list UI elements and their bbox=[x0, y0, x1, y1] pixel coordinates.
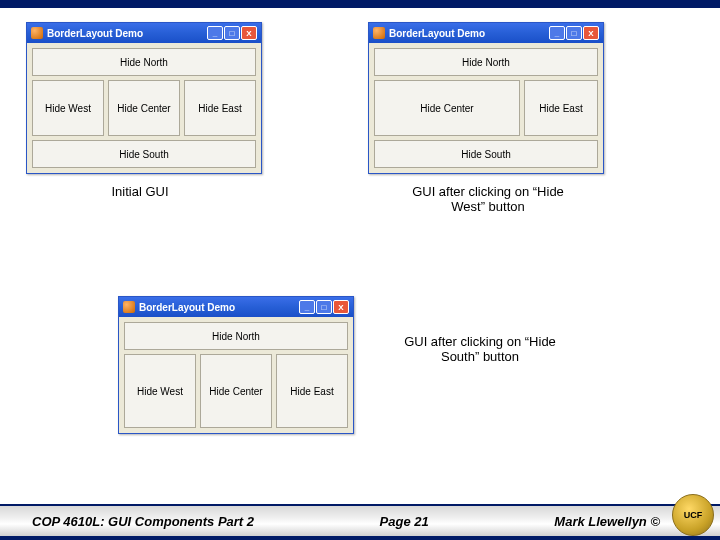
minimize-icon[interactable]: _ bbox=[549, 26, 565, 40]
window-title: BorderLayout Demo bbox=[47, 28, 207, 39]
java-cup-icon bbox=[373, 27, 385, 39]
hide-center-button[interactable]: Hide Center bbox=[108, 80, 180, 136]
maximize-icon[interactable]: □ bbox=[566, 26, 582, 40]
window-controls: _ □ X bbox=[549, 26, 599, 40]
hide-north-button[interactable]: Hide North bbox=[124, 322, 348, 350]
hide-east-button[interactable]: Hide East bbox=[276, 354, 348, 428]
hide-east-button[interactable]: Hide East bbox=[184, 80, 256, 136]
footer-course: COP 4610L: GUI Components Part 2 bbox=[32, 514, 254, 529]
close-icon[interactable]: X bbox=[583, 26, 599, 40]
titlebar: BorderLayout Demo _ □ X bbox=[119, 297, 353, 317]
java-cup-icon bbox=[123, 301, 135, 313]
minimize-icon[interactable]: _ bbox=[299, 300, 315, 314]
titlebar: BorderLayout Demo _ □ X bbox=[369, 23, 603, 43]
ucf-logo-icon: UCF bbox=[672, 494, 714, 536]
minimize-icon[interactable]: _ bbox=[207, 26, 223, 40]
window-title: BorderLayout Demo bbox=[139, 302, 299, 313]
footer-page: Page 21 bbox=[254, 514, 554, 529]
close-icon[interactable]: X bbox=[241, 26, 257, 40]
java-cup-icon bbox=[31, 27, 43, 39]
hide-center-button[interactable]: Hide Center bbox=[374, 80, 520, 136]
footer-author: Mark Llewellyn © bbox=[554, 514, 660, 529]
close-icon[interactable]: X bbox=[333, 300, 349, 314]
window-after-hide-south: BorderLayout Demo _ □ X Hide North Hide … bbox=[118, 296, 354, 434]
window-after-hide-west: BorderLayout Demo _ □ X Hide North Hide … bbox=[368, 22, 604, 174]
maximize-icon[interactable]: □ bbox=[316, 300, 332, 314]
client-area: Hide North Hide West Hide Center Hide Ea… bbox=[27, 43, 261, 173]
window-title: BorderLayout Demo bbox=[389, 28, 549, 39]
titlebar: BorderLayout Demo _ □ X bbox=[27, 23, 261, 43]
maximize-icon[interactable]: □ bbox=[224, 26, 240, 40]
slide-body: BorderLayout Demo _ □ X Hide North Hide … bbox=[0, 8, 720, 498]
client-area: Hide North Hide Center Hide East Hide So… bbox=[369, 43, 603, 173]
slide-footer: COP 4610L: GUI Components Part 2 Page 21… bbox=[0, 504, 720, 538]
hide-center-button[interactable]: Hide Center bbox=[200, 354, 272, 428]
caption-after-south: GUI after clicking on “Hide South” butto… bbox=[390, 334, 570, 364]
hide-south-button[interactable]: Hide South bbox=[32, 140, 256, 168]
caption-initial: Initial GUI bbox=[80, 184, 200, 199]
window-controls: _ □ X bbox=[207, 26, 257, 40]
client-area: Hide North Hide West Hide Center Hide Ea… bbox=[119, 317, 353, 433]
hide-south-button[interactable]: Hide South bbox=[374, 140, 598, 168]
window-controls: _ □ X bbox=[299, 300, 349, 314]
hide-north-button[interactable]: Hide North bbox=[32, 48, 256, 76]
hide-north-button[interactable]: Hide North bbox=[374, 48, 598, 76]
hide-west-button[interactable]: Hide West bbox=[124, 354, 196, 428]
hide-east-button[interactable]: Hide East bbox=[524, 80, 598, 136]
caption-after-west: GUI after clicking on “Hide West” button bbox=[398, 184, 578, 214]
logo-text: UCF bbox=[684, 510, 703, 520]
hide-west-button[interactable]: Hide West bbox=[32, 80, 104, 136]
window-initial: BorderLayout Demo _ □ X Hide North Hide … bbox=[26, 22, 262, 174]
